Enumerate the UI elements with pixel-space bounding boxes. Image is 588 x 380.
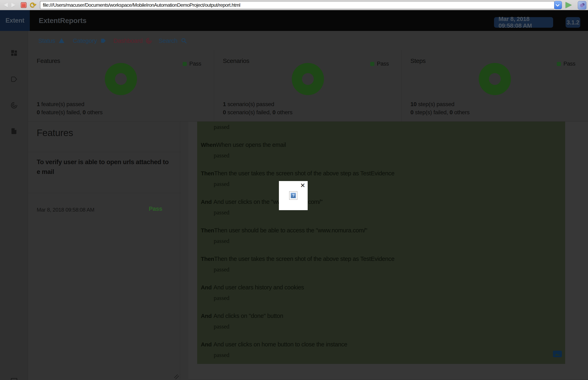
- step-status: passed: [214, 295, 565, 301]
- nav-search-label: Search: [159, 37, 178, 44]
- step-text: And clicks on "done" button: [213, 313, 283, 319]
- stop-icon[interactable]: [21, 2, 26, 8]
- test-title: To verify user is able to open urls atta…: [37, 157, 169, 177]
- card-title: Features: [37, 57, 60, 64]
- tag-icon: [100, 38, 106, 44]
- report-datetime-badge: Mar 8, 2018 09:58:08 AM: [494, 17, 553, 28]
- step-status: passed: [214, 152, 565, 159]
- scenarios-card: Scenarios Pass 1 scenario(s) passed 0 sc…: [214, 50, 402, 122]
- pass-legend-swatch: [183, 62, 187, 66]
- pass-legend-label: Pass: [377, 61, 389, 67]
- step-status: passed: [214, 209, 565, 216]
- nav-category[interactable]: Category: [73, 36, 106, 45]
- nav-dashboard[interactable]: Dashboard: [113, 36, 152, 45]
- step-text: Then the user takes the screen shot of t…: [214, 256, 394, 262]
- chevron-down-icon: [556, 3, 560, 7]
- step-text: Then the user takes the screen shot of t…: [214, 170, 394, 177]
- close-icon[interactable]: ✕: [300, 182, 305, 189]
- card-stats: 1 feature(s) passed 0 feature(s) failed,…: [37, 100, 103, 116]
- sidebar-item-categories[interactable]: [11, 76, 18, 83]
- screen: ⟳ file:///Users/macuser/Documents/worksp…: [0, 0, 588, 380]
- nav-status[interactable]: Status: [38, 36, 65, 45]
- legend: Pass: [557, 61, 575, 67]
- card-stats: 10 step(s) passed 0 step(s) failed, 0 ot…: [410, 100, 470, 116]
- legend: Pass: [370, 61, 389, 67]
- test-timestamp: Mar 8, 2018 09:58:08 AM: [37, 207, 94, 213]
- step-keyword: Then: [201, 227, 214, 234]
- legend: Pass: [183, 61, 201, 67]
- steps-panel: passedWhenWhen user opens the emailpasse…: [197, 122, 565, 364]
- step-status: passed: [214, 181, 565, 187]
- grid-icon: [11, 50, 18, 57]
- summary-cards: Features Pass 1 feature(s) passed 0 feat…: [28, 50, 588, 122]
- sidebar-item-tests[interactable]: [11, 128, 18, 135]
- nav-category-label: Category: [73, 37, 97, 44]
- test-status-badge: Pass: [149, 206, 162, 212]
- sidebar-item-dashboard[interactable]: [11, 50, 18, 57]
- sidebar-item-exceptions[interactable]: [11, 102, 18, 109]
- step-text: And user clicks on home button to close …: [213, 341, 347, 348]
- forward-icon[interactable]: [11, 3, 16, 7]
- go-button[interactable]: [566, 2, 572, 8]
- refresh-icon[interactable]: ⟳: [29, 0, 37, 10]
- panel-resize-handle[interactable]: [173, 375, 179, 379]
- step-keyword: When: [201, 142, 216, 148]
- step-keyword: And: [201, 284, 213, 291]
- pass-legend-label: Pass: [564, 61, 575, 67]
- extent-logo: Extent: [0, 10, 30, 31]
- nav-search[interactable]: Search: [159, 36, 187, 45]
- sidebar-item-display[interactable]: [11, 377, 18, 380]
- step-status: passed: [214, 323, 565, 330]
- step-row: ThenThen user should be able to access t…: [197, 227, 565, 234]
- step-row: AndAnd user clicks on the "www.nomura.co…: [197, 199, 565, 206]
- step-keyword: And: [201, 341, 213, 348]
- file-icon: [11, 128, 18, 135]
- steps-card: Steps Pass 10 step(s) passed 0 step(s) f…: [402, 50, 588, 122]
- features-card: Features Pass 1 feature(s) passed 0 feat…: [28, 50, 214, 122]
- pass-legend-swatch: [557, 62, 561, 66]
- features-donut-chart: [105, 63, 137, 95]
- step-row: ThenThen the user takes the screen shot …: [197, 256, 565, 263]
- back-icon[interactable]: [4, 3, 8, 7]
- features-list-panel: Features To verify user is able to open …: [28, 122, 180, 380]
- step-text: And user clears history and cookies: [213, 284, 304, 291]
- step-keyword: Then: [201, 256, 214, 262]
- features-heading: Features: [37, 127, 73, 138]
- image-lightbox-modal: ✕ ?: [279, 181, 308, 210]
- browser-toolbar: ⟳ file:///Users/macuser/Documents/worksp…: [0, 0, 588, 10]
- step-status: passed: [214, 352, 565, 358]
- version-badge: 3.1.2: [566, 17, 580, 28]
- steps-donut-chart: [479, 63, 511, 95]
- page-title: ExtentReports: [39, 10, 86, 31]
- step-status: passed: [214, 124, 565, 130]
- step-row: AndAnd user clears history and cookies: [197, 284, 565, 291]
- scenarios-donut-chart: [292, 63, 324, 95]
- address-bar[interactable]: file:///Users/macuser/Documents/workspac…: [40, 1, 555, 9]
- url-input[interactable]: file:///Users/macuser/Documents/workspac…: [40, 2, 240, 8]
- step-status: passed: [214, 238, 565, 244]
- card-title: Scenarios: [223, 57, 249, 64]
- screenshot-thumbnail-button[interactable]: [553, 351, 562, 357]
- report-page: Extent ExtentReports Mar 8, 2018 09:58:0…: [0, 10, 588, 380]
- browser-app-icon: [578, 1, 586, 10]
- image-icon: [555, 352, 560, 356]
- step-row: WhenWhen user opens the email: [197, 142, 565, 149]
- test-list-item[interactable]: To verify user is able to open urls atta…: [28, 152, 180, 193]
- step-text: When user opens the email: [216, 142, 286, 148]
- nav-status-label: Status: [38, 37, 55, 44]
- app-header: Extent ExtentReports Mar 8, 2018 09:58:0…: [0, 10, 588, 31]
- pass-legend-swatch: [370, 62, 374, 66]
- step-status: passed: [214, 266, 565, 273]
- address-dropdown-button[interactable]: [554, 1, 562, 9]
- nav-dashboard-label: Dashboard: [113, 37, 143, 44]
- tag-outline-icon: [11, 76, 18, 83]
- step-row: ThenThen the user takes the screen shot …: [197, 170, 565, 177]
- sidebar: [0, 31, 28, 380]
- card-title: Steps: [410, 57, 426, 64]
- monitor-icon: [11, 377, 18, 380]
- step-keyword: And: [201, 199, 213, 205]
- step-row: AndAnd clicks on "done" button: [197, 313, 565, 320]
- step-text: Then user should be able to access the "…: [214, 227, 367, 234]
- warning-triangle-icon: [59, 38, 65, 44]
- broken-image-icon: ?: [289, 191, 297, 200]
